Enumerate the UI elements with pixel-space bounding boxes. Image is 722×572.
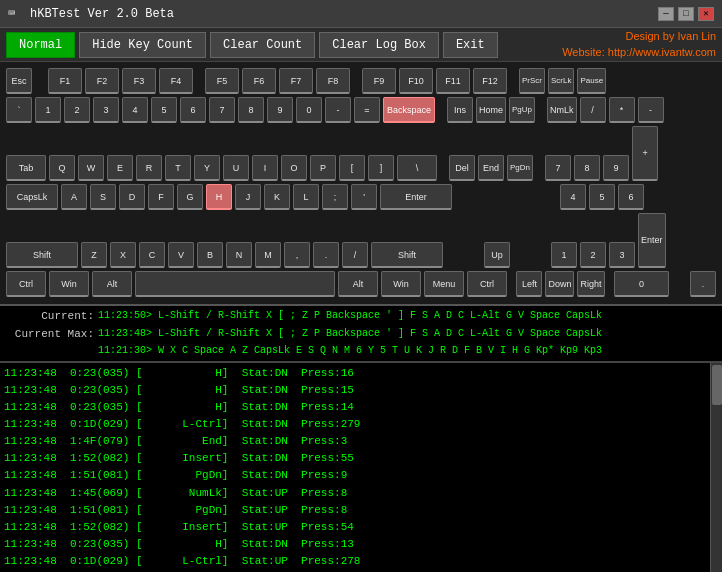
key-np-minus[interactable]: - [638, 97, 664, 123]
key-pgdn[interactable]: PgDn [507, 155, 533, 181]
key-s[interactable]: S [90, 184, 116, 210]
key-backtick[interactable]: ` [6, 97, 32, 123]
exit-button[interactable]: Exit [443, 32, 498, 58]
key-enter[interactable]: Enter [380, 184, 452, 210]
key-q[interactable]: Q [49, 155, 75, 181]
key-end[interactable]: End [478, 155, 504, 181]
key-capslock[interactable]: CapsLk [6, 184, 58, 210]
key-3[interactable]: 3 [93, 97, 119, 123]
key-pause[interactable]: Pause [577, 68, 606, 94]
scrollbar-track[interactable] [710, 363, 722, 572]
key-ins[interactable]: Ins [447, 97, 473, 123]
key-prtsc[interactable]: PrScr [519, 68, 545, 94]
minimize-button[interactable]: ─ [658, 7, 674, 21]
key-ralt[interactable]: Alt [338, 271, 378, 297]
key-9[interactable]: 9 [267, 97, 293, 123]
key-backspace[interactable]: Backspace [383, 97, 435, 123]
key-m[interactable]: M [255, 242, 281, 268]
key-f7[interactable]: F7 [279, 68, 313, 94]
key-del[interactable]: Del [449, 155, 475, 181]
key-minus[interactable]: - [325, 97, 351, 123]
key-rctrl[interactable]: Ctrl [467, 271, 507, 297]
key-u[interactable]: U [223, 155, 249, 181]
key-4[interactable]: 4 [122, 97, 148, 123]
key-space[interactable] [135, 271, 335, 297]
clear-log-box-button[interactable]: Clear Log Box [319, 32, 439, 58]
key-j[interactable]: J [235, 184, 261, 210]
key-f11[interactable]: F11 [436, 68, 470, 94]
key-k[interactable]: K [264, 184, 290, 210]
close-button[interactable]: ✕ [698, 7, 714, 21]
key-np-slash[interactable]: / [580, 97, 606, 123]
key-f9[interactable]: F9 [362, 68, 396, 94]
key-f3[interactable]: F3 [122, 68, 156, 94]
clear-count-button[interactable]: Clear Count [210, 32, 315, 58]
key-period[interactable]: . [313, 242, 339, 268]
key-np7[interactable]: 7 [545, 155, 571, 181]
key-tab[interactable]: Tab [6, 155, 46, 181]
key-quote[interactable]: ' [351, 184, 377, 210]
key-rbracket[interactable]: ] [368, 155, 394, 181]
key-lalt[interactable]: Alt [92, 271, 132, 297]
key-lwin[interactable]: Win [49, 271, 89, 297]
key-left[interactable]: Left [516, 271, 542, 297]
hide-key-count-button[interactable]: Hide Key Count [79, 32, 206, 58]
key-np8[interactable]: 8 [574, 155, 600, 181]
key-lbracket[interactable]: [ [339, 155, 365, 181]
key-home[interactable]: Home [476, 97, 506, 123]
key-pgup[interactable]: PgUp [509, 97, 535, 123]
key-7[interactable]: 7 [209, 97, 235, 123]
key-equals[interactable]: = [354, 97, 380, 123]
key-h[interactable]: H [206, 184, 232, 210]
key-f4[interactable]: F4 [159, 68, 193, 94]
key-5[interactable]: 5 [151, 97, 177, 123]
key-rwin[interactable]: Win [381, 271, 421, 297]
key-f10[interactable]: F10 [399, 68, 433, 94]
key-1[interactable]: 1 [35, 97, 61, 123]
key-rshift[interactable]: Shift [371, 242, 443, 268]
key-f1[interactable]: F1 [48, 68, 82, 94]
key-6[interactable]: 6 [180, 97, 206, 123]
key-n[interactable]: N [226, 242, 252, 268]
key-0[interactable]: 0 [296, 97, 322, 123]
maximize-button[interactable]: □ [678, 7, 694, 21]
key-menu[interactable]: Menu [424, 271, 464, 297]
key-i[interactable]: I [252, 155, 278, 181]
key-f2[interactable]: F2 [85, 68, 119, 94]
key-np4[interactable]: 4 [560, 184, 586, 210]
normal-button[interactable]: Normal [6, 32, 75, 58]
key-down[interactable]: Down [545, 271, 574, 297]
key-f5[interactable]: F5 [205, 68, 239, 94]
key-v[interactable]: V [168, 242, 194, 268]
key-l[interactable]: L [293, 184, 319, 210]
key-x[interactable]: X [110, 242, 136, 268]
key-w[interactable]: W [78, 155, 104, 181]
key-e[interactable]: E [107, 155, 133, 181]
key-c[interactable]: C [139, 242, 165, 268]
key-np9[interactable]: 9 [603, 155, 629, 181]
key-esc[interactable]: Esc [6, 68, 32, 94]
key-np-star[interactable]: * [609, 97, 635, 123]
key-8[interactable]: 8 [238, 97, 264, 123]
key-g[interactable]: G [177, 184, 203, 210]
key-z[interactable]: Z [81, 242, 107, 268]
key-t[interactable]: T [165, 155, 191, 181]
key-up[interactable]: Up [484, 242, 510, 268]
key-semicolon[interactable]: ; [322, 184, 348, 210]
key-np-plus[interactable]: + [632, 126, 658, 181]
key-scrlk[interactable]: ScrLk [548, 68, 574, 94]
key-np6[interactable]: 6 [618, 184, 644, 210]
scrollbar-thumb[interactable] [712, 365, 722, 405]
key-f6[interactable]: F6 [242, 68, 276, 94]
key-f12[interactable]: F12 [473, 68, 507, 94]
key-comma[interactable]: , [284, 242, 310, 268]
key-numlk[interactable]: NmLk [547, 97, 577, 123]
key-np2[interactable]: 2 [580, 242, 606, 268]
key-backslash[interactable]: \ [397, 155, 437, 181]
key-np-dot[interactable]: . [690, 271, 716, 297]
key-o[interactable]: O [281, 155, 307, 181]
key-np1[interactable]: 1 [551, 242, 577, 268]
key-np3[interactable]: 3 [609, 242, 635, 268]
key-lshift[interactable]: Shift [6, 242, 78, 268]
key-lctrl[interactable]: Ctrl [6, 271, 46, 297]
